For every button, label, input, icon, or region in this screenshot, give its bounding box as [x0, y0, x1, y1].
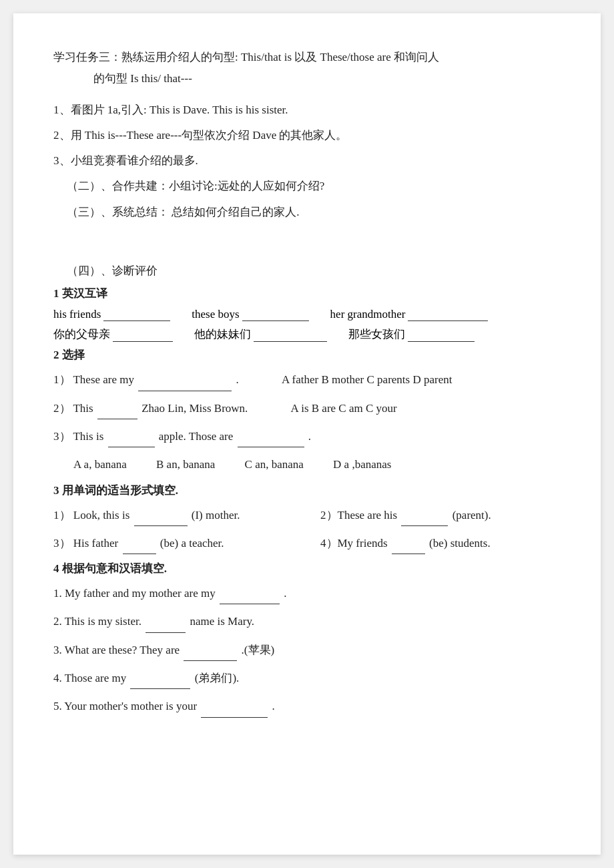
trans-item-5: 他的妹妹们: [194, 327, 328, 342]
choice-3-opt-c: C an, banana: [245, 458, 304, 471]
page: 学习任务三：熟练运用介绍人的句型: This/that is 以及 These/…: [13, 13, 601, 855]
choice-3-opt-a: A a, banana: [73, 458, 127, 471]
blank-sentence-2[interactable]: [145, 632, 186, 633]
trans-text-1: his friends: [53, 308, 101, 321]
trans-text-6: 那些女孩们: [348, 327, 405, 342]
blank-1[interactable]: [103, 320, 170, 321]
spacer-1: [53, 227, 561, 260]
fill-sentence-1: 1. My father and my mother are my .: [53, 583, 561, 604]
trans-text-5: 他的妹妹们: [194, 327, 251, 342]
blank-sentence-5[interactable]: [201, 717, 268, 718]
fill-col-1b: 2）These are his (parent).: [320, 505, 561, 526]
fill-2-middle: (be) a teacher.: [160, 537, 224, 550]
fill-1-num: 1） Look, this is: [53, 509, 129, 521]
choice-3-prefix: This is: [73, 430, 103, 443]
fill-2-middle2: (be) students.: [429, 537, 491, 550]
trans-text-2: these boys: [192, 308, 239, 321]
choice-1-prefix: These are my: [73, 373, 134, 386]
blank-2[interactable]: [242, 320, 309, 321]
blank-fill-2b[interactable]: [392, 554, 425, 554]
blank-sentence-1[interactable]: [220, 604, 280, 604]
choice-1-num: 1）: [53, 373, 71, 386]
section4-title: （四）、诊断评价: [53, 260, 561, 282]
fill-s5-before: 5. Your mother's mother is your: [53, 700, 197, 712]
fill-sentence-4: 4. Those are my (弟弟们).: [53, 668, 561, 689]
task-header: 学习任务三：熟练运用介绍人的句型: This/that is 以及 These/…: [53, 47, 561, 90]
choice-2-options: A is B are C am C your: [291, 402, 397, 415]
fill-sentence-5: 5. Your mother's mother is your .: [53, 696, 561, 717]
parenthesis-item-2: （二）、合作共建：小组讨论:远处的人应如何介绍?: [53, 176, 561, 197]
choice-2-prefix: This: [73, 402, 93, 415]
fill-s1-suffix: .: [284, 587, 286, 600]
blank-choice-1[interactable]: [138, 391, 232, 391]
translation-row-1: his friends these boys her grandmother: [53, 308, 561, 321]
choice-item-1: 1） These are my . A father B mother C pa…: [53, 369, 561, 391]
fill-col-1a: 1） Look, this is (I) mother.: [53, 505, 294, 526]
choice-3-middle: apple. Those are: [159, 430, 234, 443]
trans-item-4: 你的父母亲: [53, 327, 174, 342]
fill-s5-after: .: [272, 700, 275, 712]
choice-3-suffix: .: [308, 430, 311, 443]
blank-3[interactable]: [408, 320, 488, 321]
trans-item-6: 那些女孩们: [348, 327, 476, 342]
section3-title: 3 用单词的适当形式填空.: [53, 483, 561, 498]
trans-item-3: her grandmother: [330, 308, 490, 321]
fill-1-middle2: (parent).: [452, 509, 491, 521]
trans-item-1: his friends: [53, 308, 172, 321]
section1-title: 1 英汉互译: [53, 286, 561, 301]
fill-s3-before: 3. What are these? They are: [53, 644, 180, 656]
fill-s2-after: name is Mary.: [190, 615, 254, 628]
blank-fill-1b[interactable]: [401, 525, 448, 526]
choice-3-options-row: A a, banana B an, banana C an, banana D …: [53, 454, 561, 475]
section2-title: 2 选择: [53, 347, 561, 363]
choice-3-num: 3）: [53, 430, 71, 443]
choice-2-middle: Zhao Lin, Miss Brown.: [141, 402, 248, 415]
fill-row-1: 1） Look, this is (I) mother. 2）These are…: [53, 505, 561, 526]
numbered-item-1: 1、看图片 1a,引入: This is Dave. This is his s…: [53, 99, 561, 121]
parenthesis-item-3: （三）、系统总结： 总结如何介绍自己的家人.: [53, 202, 561, 223]
blank-choice-3b[interactable]: [238, 447, 304, 447]
blank-6[interactable]: [408, 341, 475, 342]
trans-text-3: her grandmother: [330, 308, 406, 321]
blank-5[interactable]: [254, 341, 327, 342]
fill-s4-after: (弟弟们).: [195, 672, 240, 684]
choice-3-opt-d: D a ,bananas: [333, 458, 391, 471]
fill-s2-before: 2. This is my sister.: [53, 615, 141, 628]
fill-s4-before: 4. Those are my: [53, 672, 126, 684]
fill-2-num2: 4）My friends: [320, 537, 388, 550]
blank-fill-1a[interactable]: [134, 525, 188, 526]
fill-s1-num: 1. My father and my mother are my: [53, 587, 216, 600]
blank-choice-2[interactable]: [97, 419, 137, 419]
trans-item-2: these boys: [192, 308, 310, 321]
fill-col-2a: 3） His father (be) a teacher.: [53, 533, 294, 554]
choice-2-num: 2）: [53, 402, 71, 415]
task-line-1: 学习任务三：熟练运用介绍人的句型: This/that is 以及 These/…: [53, 47, 561, 68]
numbered-item-3: 3、小组竞赛看谁介绍的最多.: [53, 150, 561, 172]
task-line-2: 的句型 Is this/ that---: [53, 68, 561, 89]
choice-1-suffix: .: [236, 373, 239, 386]
trans-text-4: 你的父母亲: [53, 327, 110, 342]
fill-1-middle: (I) mother.: [192, 509, 240, 521]
choice-item-2: 2） This Zhao Lin, Miss Brown. A is B are…: [53, 398, 561, 419]
blank-choice-3a[interactable]: [108, 447, 155, 447]
choice-3-opt-b: B an, banana: [156, 458, 215, 471]
numbered-item-2: 2、用 This is---These are---句型依次介绍 Dave 的其…: [53, 125, 561, 146]
choice-item-3: 3） This is apple. Those are .: [53, 426, 561, 447]
blank-sentence-4[interactable]: [130, 688, 190, 689]
blank-fill-2a[interactable]: [123, 554, 156, 554]
fill-1-num2: 2）These are his: [320, 509, 397, 521]
section4b-title: 4 根据句意和汉语填空.: [53, 561, 561, 576]
fill-s3-after: .(苹果): [242, 644, 275, 656]
fill-2-num: 3） His father: [53, 537, 118, 550]
blank-sentence-3[interactable]: [184, 660, 237, 661]
choice-1-options: A father B mother C parents D parent: [282, 373, 452, 386]
fill-row-2: 3） His father (be) a teacher. 4）My frien…: [53, 533, 561, 554]
fill-sentence-3: 3. What are these? They are .(苹果): [53, 640, 561, 661]
fill-col-2b: 4）My friends (be) students.: [320, 533, 561, 554]
translation-row-2: 你的父母亲 他的妹妹们 那些女孩们: [53, 327, 561, 342]
blank-4[interactable]: [113, 341, 173, 342]
fill-sentence-2: 2. This is my sister. name is Mary.: [53, 611, 561, 632]
